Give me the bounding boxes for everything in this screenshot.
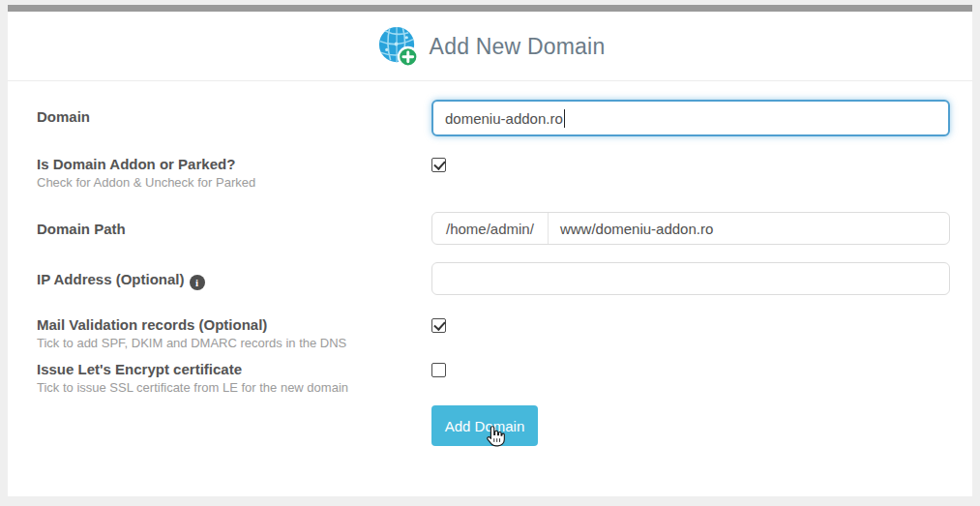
domain-path-prefix: /home/admin/ bbox=[432, 213, 549, 244]
addon-parked-label: Is Domain Addon or Parked? bbox=[37, 155, 431, 173]
mail-validation-label-col: Mail Validation records (Optional) Tick … bbox=[37, 315, 431, 352]
lets-encrypt-label-col: Issue Let's Encrypt certificate Tick to … bbox=[37, 360, 431, 397]
domain-label-col: Domain bbox=[37, 100, 431, 126]
domain-path-value: www/domeniu-addon.ro bbox=[549, 221, 725, 237]
text-caret bbox=[564, 109, 565, 128]
add-domain-button[interactable]: Add Domain bbox=[431, 405, 538, 446]
page-title: Add New Domain bbox=[430, 34, 606, 60]
lets-encrypt-label: Issue Let's Encrypt certificate bbox=[37, 360, 431, 378]
globe-add-icon bbox=[375, 24, 421, 70]
ip-address-input[interactable] bbox=[431, 262, 950, 295]
addon-parked-helper: Check for Addon & Uncheck for Parked bbox=[37, 174, 431, 192]
panel-header: Add New Domain bbox=[8, 12, 972, 81]
domain-path-input[interactable]: /home/admin/ www/domeniu-addon.ro bbox=[431, 212, 950, 245]
form-row-mail-validation: Mail Validation records (Optional) Tick … bbox=[37, 315, 950, 352]
lets-encrypt-helper: Tick to issue SSL certificate from LE fo… bbox=[37, 379, 431, 397]
ip-address-label: IP Address (Optional) bbox=[37, 271, 185, 287]
mail-validation-label: Mail Validation records (Optional) bbox=[37, 315, 431, 334]
form-row-ip-address: IP Address (Optional)i bbox=[37, 262, 950, 295]
add-domain-panel: Add New Domain Domain domeniu-addon.ro I… bbox=[8, 5, 972, 496]
form-row-domain-path: Domain Path /home/admin/ www/domeniu-add… bbox=[37, 212, 950, 245]
form-row-submit: Add Domain bbox=[37, 405, 950, 446]
form-row-lets-encrypt: Issue Let's Encrypt certificate Tick to … bbox=[37, 360, 950, 397]
addon-parked-label-col: Is Domain Addon or Parked? Check for Add… bbox=[37, 155, 431, 192]
domain-input[interactable]: domeniu-addon.ro bbox=[431, 100, 950, 136]
domain-label: Domain bbox=[37, 107, 431, 126]
add-domain-form: Domain domeniu-addon.ro Is Domain Addon … bbox=[8, 81, 972, 446]
ip-address-label-col: IP Address (Optional)i bbox=[37, 262, 431, 290]
lets-encrypt-checkbox[interactable] bbox=[431, 363, 446, 377]
form-row-domain: Domain domeniu-addon.ro bbox=[37, 100, 950, 136]
mail-validation-helper: Tick to add SPF, DKIM and DMARC records … bbox=[37, 335, 431, 352]
domain-path-label-col: Domain Path bbox=[37, 212, 431, 238]
mail-validation-checkbox[interactable] bbox=[431, 318, 446, 333]
domain-path-label: Domain Path bbox=[37, 220, 431, 238]
info-icon[interactable]: i bbox=[190, 275, 205, 290]
form-row-addon-parked: Is Domain Addon or Parked? Check for Add… bbox=[37, 155, 950, 192]
addon-parked-checkbox[interactable] bbox=[431, 158, 446, 172]
domain-input-value: domeniu-addon.ro bbox=[445, 110, 563, 127]
